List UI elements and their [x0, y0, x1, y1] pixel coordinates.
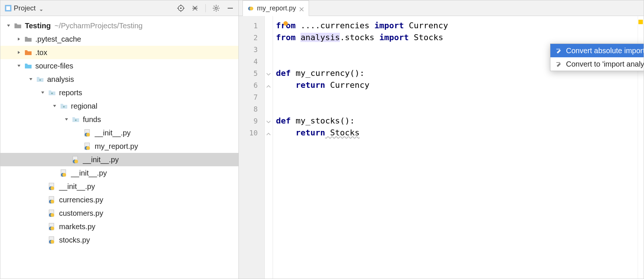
- editor-tabbar: my_report.py: [239, 0, 644, 16]
- line-number: 4: [239, 55, 264, 67]
- svg-point-20: [51, 93, 53, 94]
- python-file-icon: [48, 236, 56, 244]
- twisty-open-icon[interactable]: [51, 102, 58, 110]
- tree-node-pytest-cache[interactable]: .pytest_cache: [0, 32, 238, 46]
- line-number: 9: [239, 115, 264, 127]
- svg-line-14: [214, 6, 215, 6]
- tree-label: regional: [71, 102, 97, 110]
- tab-filename: my_report.py: [257, 4, 296, 12]
- intention-label: Convert to 'import analysis.stocks': [566, 60, 644, 68]
- tree-node-regional[interactable]: regional: [0, 99, 238, 113]
- warning-marker-icon[interactable]: [638, 20, 643, 24]
- tree-node-stocks[interactable]: stocks.py: [0, 233, 238, 247]
- tree-node-customers[interactable]: customers.py: [0, 206, 238, 220]
- line-number: 7: [239, 91, 264, 103]
- project-tree[interactable]: Testing ~/PycharmProjects/Testing .pytes…: [0, 16, 238, 279]
- line-number: 8: [239, 103, 264, 115]
- tree-label: .tox: [35, 48, 47, 57]
- svg-point-31: [74, 160, 78, 163]
- tree-node-tox[interactable]: .tox: [0, 46, 238, 59]
- fold-strip: [265, 16, 273, 279]
- tree-label: __init__.py: [71, 169, 107, 177]
- python-file-icon: [247, 5, 254, 12]
- intention-popup: Convert absolute import to relative ▶ Co…: [550, 44, 644, 71]
- separator: [205, 4, 206, 12]
- tree-node-analysis-init[interactable]: __init__.py: [0, 180, 238, 193]
- svg-point-25: [86, 133, 90, 137]
- intention-icon: [556, 61, 562, 67]
- line-number: 6: [239, 79, 264, 91]
- editor-tab[interactable]: my_report.py: [243, 0, 309, 16]
- tree-label: __init__.py: [83, 155, 119, 164]
- tree-label: markets.py: [59, 222, 95, 231]
- tree-label: my_report.py: [95, 142, 138, 151]
- twisty-open-icon[interactable]: [27, 76, 35, 83]
- twisty-open-icon[interactable]: [5, 22, 12, 29]
- intention-item-convert-import[interactable]: Convert to 'import analysis.stocks' ▶: [550, 57, 644, 71]
- collapse-all-icon[interactable]: [191, 4, 199, 12]
- locate-icon[interactable]: [177, 4, 185, 12]
- tree-node-source-files[interactable]: source-files: [0, 59, 238, 73]
- svg-line-16: [214, 10, 215, 10]
- tree-node-markets[interactable]: markets.py: [0, 220, 238, 233]
- folder-icon: [24, 35, 32, 43]
- close-icon[interactable]: [299, 6, 304, 11]
- svg-rect-54: [556, 49, 560, 49]
- twisty-closed-icon[interactable]: [15, 49, 23, 56]
- python-file-icon: [48, 209, 56, 217]
- svg-point-9: [215, 7, 217, 9]
- tree-label: analysis: [47, 75, 74, 84]
- svg-point-43: [51, 213, 54, 217]
- twisty-open-icon[interactable]: [63, 116, 70, 123]
- line-number: 5: [239, 67, 264, 79]
- intention-item-convert-relative[interactable]: Convert absolute import to relative ▶: [550, 44, 644, 57]
- tree-node-reports[interactable]: reports: [0, 86, 238, 99]
- python-file-icon: [84, 129, 92, 137]
- line-number: 2: [239, 32, 264, 44]
- package-folder-icon: [48, 89, 56, 97]
- tree-node-my-report[interactable]: my_report.py: [0, 140, 238, 153]
- tree-node-analysis[interactable]: analysis: [0, 73, 238, 86]
- twisty-open-icon[interactable]: [15, 62, 23, 70]
- package-folder-icon: [36, 75, 44, 83]
- line-number: 3: [239, 44, 264, 55]
- minimize-icon[interactable]: [227, 4, 234, 12]
- tree-root[interactable]: Testing ~/PycharmProjects/Testing: [0, 19, 238, 32]
- chevron-down-icon: [39, 6, 43, 10]
- twisty-closed-icon[interactable]: [15, 35, 23, 43]
- svg-point-40: [51, 200, 54, 203]
- tree-label: __init__.py: [59, 182, 95, 191]
- svg-line-15: [218, 10, 218, 10]
- warning-bulb-icon[interactable]: [283, 21, 288, 26]
- tree-node-currencies[interactable]: currencies.py: [0, 193, 238, 206]
- fold-end-icon: [266, 130, 271, 135]
- tree-label: __init__.py: [95, 129, 131, 137]
- fold-toggle-icon[interactable]: [266, 71, 271, 75]
- svg-rect-1: [6, 6, 10, 10]
- gear-icon[interactable]: [212, 4, 220, 12]
- tree-node-funds[interactable]: funds: [0, 113, 238, 126]
- tree-node-funds-init[interactable]: __init__.py: [0, 126, 238, 140]
- project-view-selector[interactable]: Project: [5, 4, 177, 12]
- sidebar-title: Project: [14, 4, 36, 12]
- excluded-folder-icon: [24, 48, 32, 57]
- tree-label: funds: [83, 115, 101, 124]
- line-number: 10: [239, 127, 264, 139]
- twisty-open-icon[interactable]: [39, 89, 46, 96]
- svg-point-21: [63, 106, 65, 108]
- project-sidebar: Project: [0, 0, 239, 279]
- svg-point-49: [51, 240, 54, 244]
- python-file-icon: [48, 196, 56, 204]
- tree-label: currencies.py: [59, 196, 103, 204]
- svg-point-28: [86, 146, 90, 150]
- tree-node-regional-init[interactable]: __init__.py: [0, 153, 238, 166]
- fold-toggle-icon[interactable]: [266, 118, 271, 123]
- tree-node-reports-init[interactable]: __init__.py: [0, 166, 238, 180]
- svg-point-22: [75, 119, 77, 121]
- svg-rect-55: [556, 62, 560, 63]
- svg-point-37: [51, 186, 54, 190]
- line-gutter: 1 2 3 4 5 6 7 8 9 10: [239, 16, 265, 279]
- svg-line-17: [218, 6, 218, 6]
- fold-end-icon: [266, 83, 271, 87]
- tree-label: reports: [59, 89, 82, 97]
